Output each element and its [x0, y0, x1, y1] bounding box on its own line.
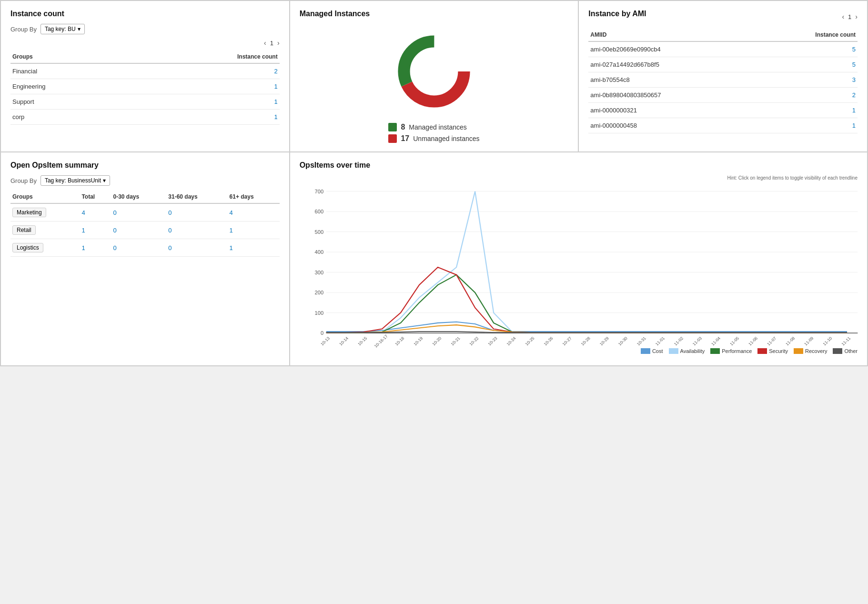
opsitem-groupby-dropdown[interactable]: Tag key: BusinessUnit ▾ [40, 175, 110, 186]
ami-id: ami-b70554c8 [588, 72, 757, 88]
opsitem-030[interactable]: 0 [111, 221, 166, 239]
ami-id: ami-0000000458 [588, 118, 757, 133]
opsitem-61plus[interactable]: 1 [228, 239, 280, 257]
managed-instances-title: Managed Instances [300, 10, 370, 18]
svg-text:10-29: 10-29 [598, 336, 609, 346]
group-tag-btn[interactable]: Retail [12, 225, 36, 235]
svg-text:11-01: 11-01 [654, 336, 665, 346]
table-row: Retail 1 0 0 1 [10, 221, 280, 239]
chevron-down-icon: ▾ [78, 26, 81, 32]
table-row: Engineering1 [10, 79, 280, 94]
legend-color [710, 348, 720, 354]
legend-color [641, 348, 650, 354]
table-row: ami-b70554c83 [588, 72, 858, 88]
security-line [326, 267, 847, 332]
next-page-btn[interactable]: › [277, 39, 280, 47]
ami-count-val[interactable]: 5 [757, 41, 858, 57]
prev-page-btn[interactable]: ‹ [264, 39, 266, 47]
opsitem-61plus[interactable]: 1 [228, 221, 280, 239]
table-row: ami-00eb20669e0990cb45 [588, 41, 858, 57]
opsitem-title: Open OpsItem summary [10, 161, 280, 170]
instance-count-val[interactable]: 2 [133, 63, 280, 79]
svg-text:11-08: 11-08 [785, 336, 796, 346]
table-row: Support1 [10, 94, 280, 110]
opsitem-3160[interactable]: 0 [166, 221, 227, 239]
opsitem-030[interactable]: 0 [111, 239, 166, 257]
instance-count-val[interactable]: 1 [133, 110, 280, 125]
opsitem-3160[interactable]: 0 [166, 239, 227, 257]
svg-text:10-21: 10-21 [450, 336, 461, 346]
ami-count-val[interactable]: 1 [757, 103, 858, 118]
opstime-chart: 700 600 500 400 300 200 100 0 10-13 [300, 186, 858, 348]
svg-text:11-05: 11-05 [729, 336, 740, 346]
ami-count-val[interactable]: 5 [757, 57, 858, 72]
instance-count-groupby-dropdown[interactable]: Tag key: BU ▾ [40, 24, 85, 34]
svg-text:500: 500 [314, 229, 323, 235]
legend-item[interactable]: Cost [641, 348, 663, 354]
legend-label: Performance [722, 348, 752, 354]
legend-item[interactable]: Performance [710, 348, 752, 354]
legend-item[interactable]: Availability [669, 348, 705, 354]
table-row: ami-027a14492d667b8f55 [588, 57, 858, 72]
svg-text:10-26: 10-26 [543, 336, 554, 346]
opsitem-group-by-label: Group By [10, 177, 37, 184]
instance-by-ami-panel: Instance by AMI ‹ 1 › AMIID Instance cou… [578, 0, 868, 152]
group-tag-btn[interactable]: Logistics [12, 243, 43, 252]
ami-next-page-btn[interactable]: › [855, 13, 858, 20]
svg-text:11-04: 11-04 [710, 336, 721, 346]
svg-text:10-15: 10-15 [357, 336, 368, 346]
ami-prev-page-btn[interactable]: ‹ [842, 13, 844, 20]
ami-count-val[interactable]: 1 [757, 118, 858, 133]
opstime-title: OpsItems over time [300, 161, 858, 170]
svg-text:10-28: 10-28 [580, 336, 591, 346]
instance-count-val[interactable]: 1 [133, 94, 280, 110]
svg-text:11-07: 11-07 [766, 336, 777, 346]
opsitem-col-groups: Groups [10, 191, 80, 203]
legend-label: Other [844, 348, 858, 354]
legend-item[interactable]: Security [757, 348, 788, 354]
group-name: Support [10, 94, 133, 110]
legend-item[interactable]: Recovery [794, 348, 827, 354]
svg-text:600: 600 [314, 209, 323, 215]
instance-count-val[interactable]: 1 [133, 79, 280, 94]
opstime-panel: OpsItems over time Hint: Click on legend… [290, 152, 868, 366]
ami-id: ami-0b898040803850657 [588, 88, 757, 103]
opsitem-total[interactable]: 1 [80, 239, 111, 257]
table-row: ami-00000004581 [588, 118, 858, 133]
ami-table: AMIID Instance count ami-00eb20669e0990c… [588, 29, 858, 133]
svg-text:11-06: 11-06 [747, 336, 758, 346]
opsitem-group: Marketing [10, 203, 80, 221]
opsitem-col-3160: 31-60 days [166, 191, 227, 203]
opsitem-chevron-down-icon: ▾ [103, 177, 106, 184]
legend-color [833, 348, 842, 354]
svg-text:10-30: 10-30 [617, 336, 628, 346]
opsitem-total[interactable]: 4 [80, 203, 111, 221]
svg-text:10-31: 10-31 [636, 336, 646, 346]
opsitem-030[interactable]: 0 [111, 203, 166, 221]
svg-text:200: 200 [314, 290, 323, 296]
legend-item[interactable]: Other [833, 348, 858, 354]
group-name: corp [10, 110, 133, 125]
group-tag-btn[interactable]: Marketing [12, 208, 46, 217]
managed-legend: 8 Managed instances [388, 123, 479, 131]
opsitem-3160[interactable]: 0 [166, 203, 227, 221]
svg-text:700: 700 [314, 189, 323, 194]
instance-count-panel: Instance count Group By Tag key: BU ▾ ‹ … [0, 0, 290, 152]
table-row: Financial2 [10, 63, 280, 79]
col-groups: Groups [10, 50, 133, 63]
chart-x-labels: 10-13 10-14 10-15 10-16-17 10-18 10-19 1… [320, 334, 852, 349]
svg-text:100: 100 [314, 310, 323, 316]
ami-col-amiid: AMIID [588, 29, 757, 41]
ami-count-val[interactable]: 2 [757, 88, 858, 103]
chart-area: 700 600 500 400 300 200 100 0 10-13 [300, 186, 858, 348]
table-row: Logistics 1 0 0 1 [10, 239, 280, 257]
ami-count-val[interactable]: 3 [757, 72, 858, 88]
opsitem-total[interactable]: 1 [80, 221, 111, 239]
opsitem-61plus[interactable]: 4 [228, 203, 280, 221]
unmanaged-color-box [388, 134, 397, 143]
col-instance-count: Instance count [133, 50, 280, 63]
group-name: Engineering [10, 79, 133, 94]
opsitem-col-61plus: 61+ days [228, 191, 280, 203]
svg-text:11-11: 11-11 [840, 336, 851, 346]
availability-line [326, 191, 847, 332]
